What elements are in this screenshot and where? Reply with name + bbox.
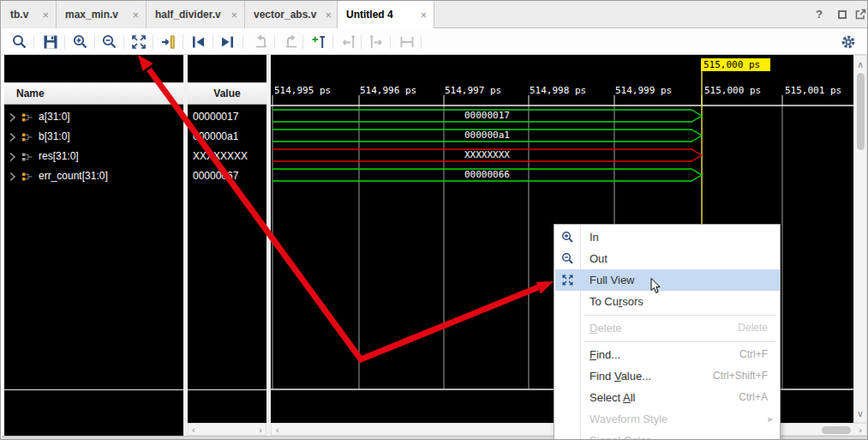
settings-gear-icon[interactable] [838,32,859,52]
time-tick: 514,998 ps [530,85,586,96]
full-view-icon [560,273,575,287]
tab-label: half_divider.v [155,9,221,21]
scroll-left-icon[interactable]: ‹ [192,425,195,435]
tab-close-icon[interactable]: × [316,9,332,21]
menu-item-find[interactable]: Find... Ctrl+F [555,344,780,365]
signal-name: err_count[31:0] [39,166,108,186]
signal-value: 00000067 [188,166,266,186]
bus-value-a: 00000017 [272,110,702,122]
menu-item-delete: Delete Delete [555,317,780,339]
signal-row-res[interactable]: res[31:0] [4,147,183,166]
tab-untitled-4[interactable]: Untitled 4 × [338,1,434,28]
save-waveform-icon[interactable] [40,32,61,52]
time-tick: 515,001 ps [785,85,841,96]
signal-name: res[31:0] [39,147,79,166]
tab-label: tb.v [10,9,28,21]
bus-value-err-count: 00000066 [272,169,702,181]
bus-icon [21,132,33,142]
goto-cursor-icon[interactable] [159,32,179,52]
waveform-toolbar [2,29,868,55]
menu-separator [584,315,775,316]
expand-chevron-icon[interactable] [9,132,16,142]
panel-bottom-divider [4,389,183,390]
signal-name: a[31:0] [39,107,70,127]
tab-close-icon[interactable]: × [222,9,237,21]
float-icon[interactable] [855,9,866,20]
value-panel-hscrollbar[interactable]: ‹ › [188,423,266,436]
time-tick: 514,996 ps [360,85,416,96]
time-tick: 514,997 ps [445,85,501,96]
menu-item-zoom-in[interactable]: In [555,226,780,248]
tab-vector-abs-v[interactable]: vector_abs.v × [245,1,338,28]
mouse-cursor [650,278,662,295]
add-marker-icon[interactable] [308,32,329,52]
hscroll-thumb[interactable] [822,426,851,434]
menu-item-waveform-style: Waveform Style ▸ [555,408,780,430]
tab-close-icon[interactable]: × [33,9,49,21]
next-transition-icon[interactable] [217,32,237,52]
signal-value: 000000a1 [188,127,266,147]
next-marker-icon [366,32,386,52]
menu-item-to-cursors[interactable]: To Cursors [555,291,780,312]
time-tick: 515,000 ps [704,85,761,96]
time-tick: 514,999 ps [615,85,672,96]
expand-chevron-icon[interactable] [9,172,16,182]
redo-zoom-icon [280,32,301,52]
undo-zoom-icon [252,32,272,52]
menu-item-full-view[interactable]: Full View [555,269,780,291]
submenu-arrow-icon: ▸ [768,430,773,440]
bus-icon [21,172,33,182]
menu-separator [584,341,775,342]
search-icon[interactable] [9,32,30,52]
signal-value: XXXXXXXX [188,147,266,166]
tab-label: max_min.v [65,9,118,21]
expand-chevron-icon[interactable] [9,152,16,162]
tab-half-divider-v[interactable]: half_divider.v × [147,1,245,28]
tab-label: Untitled 4 [346,9,393,21]
signal-value: 00000017 [188,107,266,127]
scroll-right-icon[interactable]: › [259,425,262,435]
menu-item-find-value[interactable]: Find Value... Ctrl+Shift+F [555,365,780,387]
bus-value-res: XXXXXXXX [272,149,702,161]
signal-row-b[interactable]: b[31:0] [4,127,183,147]
previous-marker-icon [338,32,359,52]
maximize-icon[interactable] [838,10,847,19]
scroll-left-icon[interactable]: ‹ [276,425,279,435]
signal-row-a[interactable]: a[31:0] [4,107,183,127]
panel-bottom-divider [188,389,266,390]
zoom-out-icon [560,251,575,266]
swap-cursors-icon [397,32,417,52]
scroll-down-icon[interactable]: ∨ [857,408,864,419]
waveform-context-menu: In Out Full View To Cursors Delete Delet… [554,224,781,440]
waveform-vscrollbar[interactable]: ∧ ∨ [853,55,867,423]
menu-item-zoom-out[interactable]: Out [555,248,780,269]
previous-transition-icon[interactable] [189,32,209,52]
value-column-header: Value [188,82,266,105]
signal-name: b[31:0] [39,127,70,147]
tab-label: vector_abs.v [254,9,316,21]
tab-max-min-v[interactable]: max_min.v × [57,1,147,28]
menu-item-signal-color: Signal Color ▸ [555,430,780,440]
menu-item-select-all[interactable]: Select All Ctrl+A [555,387,780,408]
expand-chevron-icon[interactable] [9,112,16,123]
signal-row-err-count[interactable]: err_count[31:0] [4,166,183,186]
zoom-in-icon[interactable] [70,32,91,52]
bus-value-b: 000000a1 [272,130,702,142]
help-icon[interactable]: ? [816,8,823,21]
tab-close-icon[interactable]: × [411,9,427,21]
full-view-icon[interactable] [129,32,149,52]
bus-icon [21,152,33,162]
cursor-time-badge: 515,000 ps [701,58,770,71]
scroll-up-icon[interactable]: ∧ [857,59,864,69]
tab-bar: tb.v × max_min.v × half_divider.v × vect… [2,1,868,28]
tab-close-icon[interactable]: × [123,9,139,21]
zoom-out-icon[interactable] [99,32,120,52]
name-column-header: Name [4,82,183,105]
scroll-right-icon[interactable]: › [859,425,862,435]
bus-icon [21,112,33,123]
zoom-in-icon [560,230,575,244]
vscroll-thumb[interactable] [857,73,865,150]
submenu-arrow-icon: ▸ [768,408,773,430]
time-tick: 514,995 ps [274,85,331,96]
tab-tb-v[interactable]: tb.v × [2,1,57,28]
